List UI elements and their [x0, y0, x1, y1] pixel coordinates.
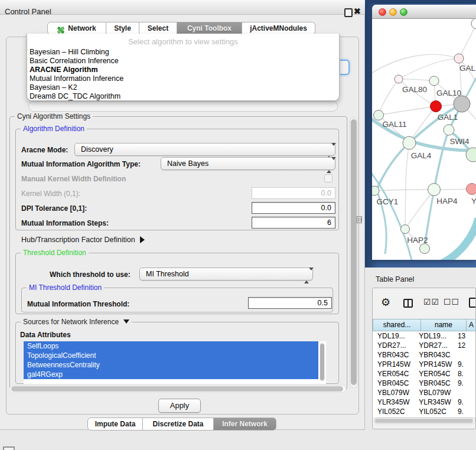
- manual-kernel-checkbox[interactable]: [324, 174, 332, 182]
- node-gal4[interactable]: [403, 136, 416, 149]
- kernel-width-label: Kernel Width (0,1):: [21, 190, 80, 198]
- aracne-mode-value: Discovery: [81, 144, 113, 155]
- mi-threshold-input[interactable]: [248, 297, 332, 309]
- column-layout-icon[interactable]: [403, 299, 413, 308]
- focused-combo-end-fragment[interactable]: [340, 60, 350, 75]
- node-hap2[interactable]: [401, 225, 410, 234]
- dropdown-item[interactable]: Bayesian – Hill Climbing: [27, 48, 339, 57]
- minimize-traffic-light-icon[interactable]: [389, 8, 397, 16]
- panel-splitter-handle[interactable]: [357, 216, 362, 223]
- mi-algorithm-type-combo[interactable]: Naive Bayes: [161, 157, 335, 170]
- network-node-labels: GAL GAL80 GAL10 GAL1 GAL11 SWI4 GAL4 GCY…: [377, 64, 476, 244]
- node-swi4[interactable]: [444, 125, 454, 135]
- table-horizontal-scrollbar-thumb[interactable]: [375, 419, 473, 423]
- table-function-icon[interactable]: [469, 298, 476, 308]
- node-gal1[interactable]: [431, 101, 442, 112]
- dropdown-item[interactable]: Basic Correlation Inference: [27, 57, 339, 66]
- node[interactable]: [420, 244, 430, 254]
- network-canvas[interactable]: GAL GAL80 GAL10 GAL1 GAL11 SWI4 GAL4 GCY…: [372, 19, 476, 260]
- network-window-titlebar[interactable]: [372, 5, 476, 19]
- column-header-partial[interactable]: A: [467, 319, 476, 331]
- table-panel: Table Panel ⚙ ☑☑ ☐☐ shared... name A YDL…: [365, 268, 476, 450]
- node-label: GAL80: [402, 85, 427, 94]
- network-tab-icon: [57, 25, 65, 32]
- tab-style-label: Style: [114, 22, 131, 35]
- tab-impute-data-label: Impute Data: [95, 418, 136, 431]
- node-gcy1[interactable]: [372, 186, 379, 195]
- attributes-list-scrollbar-thumb[interactable]: [320, 344, 324, 380]
- float-window-icon[interactable]: [344, 8, 353, 17]
- which-threshold-combo[interactable]: MI Threshold: [139, 268, 313, 281]
- node-label: GAL: [459, 64, 476, 73]
- node-label: GAL11: [382, 120, 406, 129]
- tab-style[interactable]: Style: [106, 22, 139, 35]
- table-row[interactable]: YBL079W YBL079W: [373, 388, 476, 397]
- dropdown-item[interactable]: ARACNE Algorithm: [27, 66, 339, 74]
- tab-impute-data[interactable]: Impute Data: [87, 418, 143, 431]
- settings-horizontal-scrollbar-thumb[interactable]: [11, 386, 343, 392]
- tab-infer-network[interactable]: Infer Network: [214, 418, 276, 431]
- list-item[interactable]: gal4RGexp: [24, 370, 318, 379]
- minimized-window-fragment[interactable]: [3, 446, 15, 450]
- deselect-all-checkboxes-icon[interactable]: ☐☐: [444, 297, 459, 306]
- sources-group-title[interactable]: Sources for Network Inference: [21, 318, 132, 326]
- close-icon[interactable]: ✖: [354, 6, 361, 16]
- apply-button[interactable]: Apply: [158, 399, 201, 413]
- node-gal80[interactable]: [395, 75, 403, 83]
- tab-discretize-data[interactable]: Discretize Data: [143, 418, 214, 431]
- table-row[interactable]: YDL19... YDL19... 13: [373, 331, 476, 341]
- node-gal-partial[interactable]: [454, 54, 464, 63]
- mi-algorithm-type-value: Naive Bayes: [167, 158, 208, 169]
- table-row[interactable]: YLR345W YLR345W 9.: [373, 397, 476, 407]
- column-header-name[interactable]: name: [421, 319, 467, 331]
- tab-jactivemnodules[interactable]: jActiveMNodules: [242, 22, 315, 35]
- dropdown-item[interactable]: Bayesian – K2: [27, 83, 339, 92]
- node-gal11[interactable]: [374, 110, 384, 120]
- table-row[interactable]: YDR27... YDR27... 12: [373, 341, 476, 350]
- node-gray[interactable]: [454, 96, 470, 112]
- list-item[interactable]: TopologicalCoefficient: [24, 351, 318, 360]
- table-row[interactable]: YIL052C YIL052C 9.: [373, 407, 476, 416]
- table-row[interactable]: YBR043C YBR043C: [373, 350, 476, 360]
- close-traffic-light-icon[interactable]: [379, 8, 386, 16]
- node-label: GCY1: [377, 197, 399, 206]
- node-salmon[interactable]: [467, 184, 476, 195]
- settings-vertical-scrollbar-thumb[interactable]: [351, 119, 357, 385]
- dropdown-item[interactable]: Mutual Information Inference: [27, 74, 339, 83]
- tab-network[interactable]: Network: [47, 22, 106, 35]
- column-header-shared-name[interactable]: shared...: [373, 319, 421, 331]
- aracne-mode-combo[interactable]: Discovery: [74, 143, 335, 156]
- table-row[interactable]: YPR145W YPR145W 9.: [373, 360, 476, 369]
- gear-icon[interactable]: ⚙: [381, 296, 390, 309]
- select-all-checkboxes-icon[interactable]: ☑☑: [423, 297, 439, 306]
- hub-section-toggle[interactable]: Hub/Transcription Factor Definition: [21, 236, 145, 244]
- settings-group-title: Cyni Algorithm Settings: [15, 112, 93, 120]
- tab-cyni-toolbox[interactable]: Cyni Toolbox: [177, 22, 242, 35]
- table-row[interactable]: YER054C YER054C 8.: [373, 369, 476, 379]
- mi-steps-input[interactable]: [252, 217, 335, 229]
- table-panel-body: ⚙ ☑☑ ☐☐ shared... name A YDL19... YDL19.…: [372, 288, 476, 429]
- combo-stepper-icon: [304, 270, 309, 278]
- node-hap4[interactable]: [428, 184, 441, 196]
- mi-threshold-label: Mutual Information Threshold:: [27, 300, 129, 308]
- node-label: Y: [471, 197, 476, 206]
- kernel-width-input[interactable]: [252, 187, 335, 199]
- tab-network-label: Network: [68, 22, 96, 35]
- zoom-traffic-light-icon[interactable]: [400, 8, 407, 16]
- dpi-tolerance-input[interactable]: [252, 202, 335, 214]
- table-header-row: shared... name A: [373, 319, 476, 331]
- mi-steps-label: Mutual Information Steps:: [21, 219, 109, 227]
- list-item[interactable]: BetweennessCentrality: [24, 360, 318, 370]
- node-selection-combo-partial[interactable]: [28, 101, 338, 112]
- dropdown-item[interactable]: Dream8 DC_TDC Algorithm: [27, 92, 339, 101]
- which-threshold-label: Which threshold to use:: [50, 270, 131, 279]
- node-gal10[interactable]: [429, 76, 439, 86]
- node-label: GAL1: [438, 113, 458, 122]
- application-root: Control Panel ✖ Network Style Select: [0, 0, 476, 450]
- tab-select[interactable]: Select: [139, 22, 177, 35]
- node[interactable]: [471, 19, 476, 29]
- tab-discretize-data-label: Discretize Data: [152, 418, 203, 431]
- list-item[interactable]: SelfLoops: [24, 341, 318, 351]
- algorithm-definition-title: Algorithm Definition: [21, 125, 87, 133]
- table-row[interactable]: YBR045C YBR045C 9.: [373, 379, 476, 388]
